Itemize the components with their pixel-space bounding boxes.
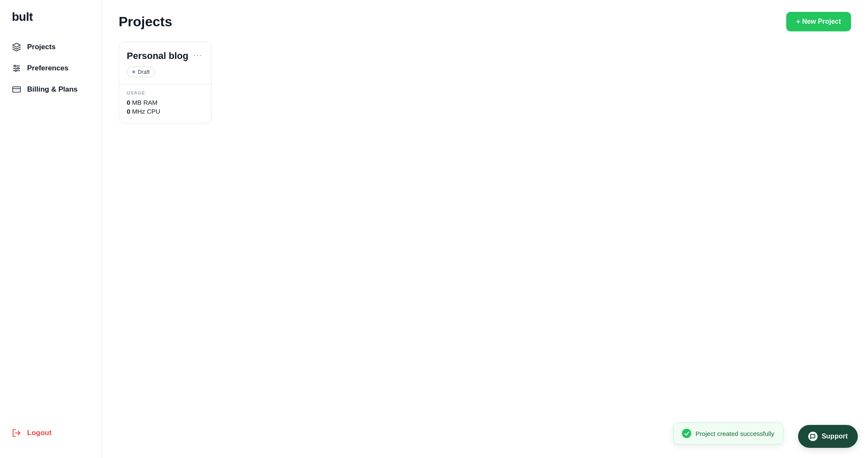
app-logo: bult — [0, 10, 101, 37]
project-card-header: Personal blog ··· — [127, 50, 204, 61]
sidebar: bult Projects — [0, 0, 102, 458]
logout-label: Logout — [27, 429, 52, 437]
projects-content: Personal blog ··· Draft USAGE 0 MB RAM 0… — [102, 42, 868, 458]
logout-button[interactable]: Logout — [5, 423, 96, 443]
logout-icon — [12, 428, 21, 438]
project-card: Personal blog ··· Draft USAGE 0 MB RAM 0… — [119, 42, 212, 124]
support-button[interactable]: Support — [798, 425, 858, 448]
support-label: Support — [822, 433, 848, 440]
usage-cpu: 0 MHz CPU — [127, 108, 204, 115]
sidebar-item-projects[interactable]: Projects — [5, 37, 96, 57]
card-icon — [12, 85, 21, 94]
svg-point-5 — [17, 67, 19, 69]
svg-marker-0 — [13, 43, 20, 47]
svg-rect-7 — [13, 87, 20, 92]
sidebar-item-billing-label: Billing & Plans — [27, 85, 78, 94]
toast-success-icon — [682, 429, 691, 438]
main-content: Projects + New Project Personal blog ···… — [102, 0, 868, 458]
main-header: Projects + New Project — [102, 0, 868, 42]
status-badge: Draft — [127, 67, 155, 77]
svg-point-6 — [15, 70, 17, 72]
svg-point-4 — [14, 65, 16, 67]
new-project-button[interactable]: + New Project — [786, 12, 851, 31]
sidebar-item-projects-label: Projects — [27, 43, 56, 51]
layers-icon — [12, 42, 21, 52]
usage-label: USAGE — [127, 90, 204, 95]
projects-grid: Personal blog ··· Draft USAGE 0 MB RAM 0… — [119, 42, 851, 124]
project-card-bottom: USAGE 0 MB RAM 0 MHz CPU — [119, 84, 211, 123]
sidebar-bottom: Logout — [0, 423, 101, 448]
sidebar-nav: Projects Preferences — [0, 37, 101, 423]
project-card-top: Personal blog ··· Draft — [119, 42, 211, 84]
sliders-icon — [12, 64, 21, 73]
toast-message: Project created successfully — [696, 430, 774, 437]
project-name: Personal blog — [127, 50, 188, 61]
status-label: Draft — [138, 69, 150, 75]
status-dot — [132, 70, 135, 73]
usage-ram: 0 MB RAM — [127, 99, 204, 106]
chat-icon — [808, 432, 818, 441]
toast-notification: Project created successfully — [673, 422, 783, 444]
sidebar-item-preferences[interactable]: Preferences — [5, 59, 96, 78]
page-title: Projects — [119, 14, 172, 30]
project-menu-button[interactable]: ··· — [192, 50, 204, 60]
sidebar-item-billing[interactable]: Billing & Plans — [5, 80, 96, 99]
sidebar-item-preferences-label: Preferences — [27, 64, 68, 73]
